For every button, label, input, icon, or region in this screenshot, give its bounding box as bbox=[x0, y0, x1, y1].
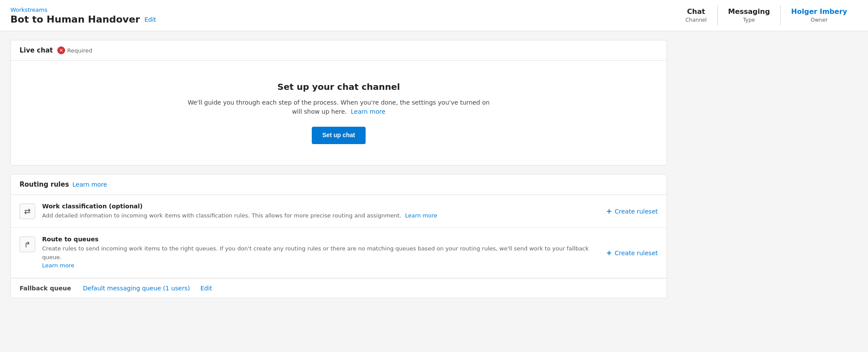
required-icon: ✕ bbox=[57, 46, 65, 54]
fallback-queue-value[interactable]: Default messaging queue (1 users) bbox=[83, 285, 190, 292]
route-queues-content: Route to queues Create rules to send inc… bbox=[42, 236, 599, 270]
setup-description: We'll guide you through each step of the… bbox=[187, 98, 491, 116]
route-queues-title: Route to queues bbox=[42, 236, 599, 243]
routing-item-route-queues: ↱ Route to queues Create rules to send i… bbox=[11, 228, 667, 278]
header-meta-channel: Chat Channel bbox=[675, 5, 717, 26]
header-meta-owner-label: Owner bbox=[791, 16, 847, 24]
live-chat-title: Live chat bbox=[20, 46, 53, 54]
header-meta-type-label: Type bbox=[728, 16, 770, 24]
fallback-queue-edit[interactable]: Edit bbox=[200, 285, 212, 292]
work-classification-icon-box: ⇄ bbox=[20, 204, 35, 219]
header-meta-type-value: Messaging bbox=[728, 7, 770, 16]
header-left: Workstreams Bot to Human Handover Edit bbox=[10, 6, 156, 25]
routing-rules-learn-more[interactable]: Learn more bbox=[73, 181, 107, 188]
routing-item-work-classification: ⇄ Work classification (optional) Add det… bbox=[11, 195, 667, 228]
route-queues-icon-box: ↱ bbox=[20, 237, 35, 252]
required-badge: ✕ Required bbox=[57, 46, 92, 54]
route-queues-learn-more[interactable]: Learn more bbox=[42, 262, 74, 269]
main-content: Live chat ✕ Required Set up your chat ch… bbox=[0, 31, 677, 316]
routing-rules-title: Routing rules bbox=[20, 181, 69, 188]
route-queues-desc: Create rules to send incoming work items… bbox=[42, 244, 599, 270]
plus-icon-queues: + bbox=[606, 249, 612, 257]
live-chat-card: Live chat ✕ Required Set up your chat ch… bbox=[10, 40, 667, 165]
header-meta-owner-value[interactable]: Holger Imbery bbox=[791, 7, 847, 16]
work-classification-learn-more[interactable]: Learn more bbox=[405, 212, 437, 219]
edit-link[interactable]: Edit bbox=[144, 16, 156, 23]
live-chat-card-header: Live chat ✕ Required bbox=[11, 40, 667, 61]
setup-chat-button[interactable]: Set up chat bbox=[312, 127, 365, 144]
header-meta-type: Messaging Type bbox=[718, 5, 781, 26]
work-classification-create-ruleset[interactable]: + Create ruleset bbox=[606, 207, 658, 215]
work-classification-desc: Add detailed information to incoming wor… bbox=[42, 211, 599, 220]
page-header: Workstreams Bot to Human Handover Edit C… bbox=[0, 0, 868, 31]
setup-learn-more-link[interactable]: Learn more bbox=[351, 108, 386, 115]
setup-title: Set up your chat channel bbox=[20, 82, 658, 92]
page-title: Bot to Human Handover bbox=[10, 14, 140, 25]
header-meta-channel-label: Channel bbox=[685, 16, 706, 24]
setup-description-text: We'll guide you through each step of the… bbox=[188, 99, 489, 115]
routing-rules-header: Routing rules Learn more bbox=[11, 174, 667, 195]
routing-rules-card: Routing rules Learn more ⇄ Work classifi… bbox=[10, 174, 667, 298]
page-title-row: Bot to Human Handover Edit bbox=[10, 14, 156, 25]
setup-content: Set up your chat channel We'll guide you… bbox=[11, 61, 667, 165]
header-meta-channel-value: Chat bbox=[685, 7, 706, 16]
fallback-queue-row: Fallback queue Default messaging queue (… bbox=[11, 278, 667, 298]
plus-icon-classification: + bbox=[606, 207, 612, 215]
route-queues-create-ruleset[interactable]: + Create ruleset bbox=[606, 249, 658, 257]
work-classification-icon: ⇄ bbox=[24, 207, 30, 216]
route-queues-icon: ↱ bbox=[24, 240, 30, 249]
breadcrumb-link[interactable]: Workstreams bbox=[10, 7, 47, 13]
work-classification-content: Work classification (optional) Add detai… bbox=[42, 203, 599, 220]
header-right: Chat Channel Messaging Type Holger Imber… bbox=[675, 5, 858, 26]
work-classification-title: Work classification (optional) bbox=[42, 203, 599, 210]
fallback-queue-label: Fallback queue bbox=[20, 285, 76, 292]
header-meta-owner: Holger Imbery Owner bbox=[781, 5, 858, 26]
required-label: Required bbox=[67, 47, 92, 54]
